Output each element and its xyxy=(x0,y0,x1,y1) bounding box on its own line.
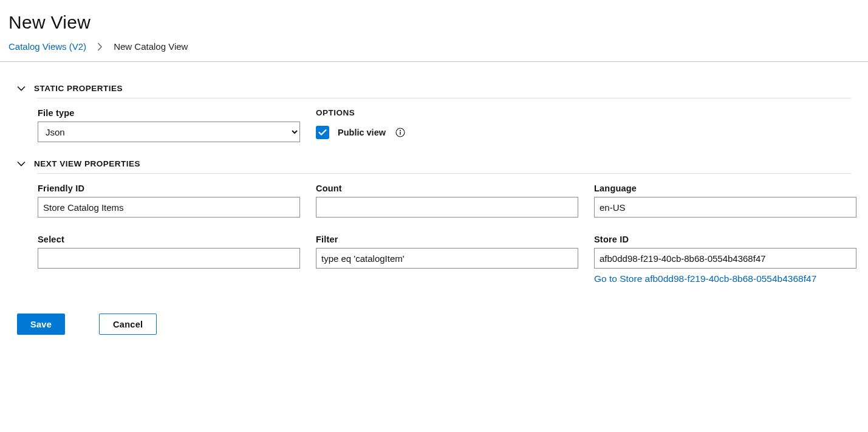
language-label: Language xyxy=(594,183,856,193)
filter-field: Filter xyxy=(316,235,578,284)
store-id-input[interactable] xyxy=(594,248,856,269)
file-type-select[interactable]: Json xyxy=(38,122,300,142)
language-input[interactable] xyxy=(594,197,856,218)
count-field: Count xyxy=(316,183,578,218)
public-view-label: Public view xyxy=(338,128,386,137)
options-heading: OPTIONS xyxy=(316,108,578,117)
select-label: Select xyxy=(38,235,300,244)
svg-point-1 xyxy=(400,130,401,131)
section-heading-next: NEXT VIEW PROPERTIES xyxy=(34,159,140,168)
info-icon[interactable] xyxy=(395,128,405,137)
section-divider xyxy=(38,173,851,174)
select-input[interactable] xyxy=(38,248,300,269)
friendly-id-input[interactable] xyxy=(38,197,300,218)
svg-rect-2 xyxy=(400,132,400,135)
section-heading-static: STATIC PROPERTIES xyxy=(34,84,123,93)
count-input[interactable] xyxy=(316,197,578,218)
breadcrumb-parent-link[interactable]: Catalog Views (V2) xyxy=(9,41,86,52)
page-title: New View xyxy=(9,12,861,33)
cancel-button[interactable]: Cancel xyxy=(99,314,157,335)
breadcrumb-current: New Catalog View xyxy=(114,41,188,52)
friendly-id-field: Friendly ID xyxy=(38,183,300,218)
save-button[interactable]: Save xyxy=(17,314,65,335)
count-label: Count xyxy=(316,183,578,193)
chevron-down-icon xyxy=(17,86,26,92)
section-toggle-static[interactable]: STATIC PROPERTIES xyxy=(17,84,851,93)
section-divider xyxy=(38,98,851,98)
store-id-label: Store ID xyxy=(594,235,856,244)
store-id-field: Store ID Go to Store afb0dd98-f219-40cb-… xyxy=(594,235,856,284)
chevron-down-icon xyxy=(17,161,26,167)
file-type-label: File type xyxy=(38,108,300,118)
options-group: OPTIONS Public view xyxy=(316,108,578,142)
friendly-id-label: Friendly ID xyxy=(38,183,300,193)
chevron-right-icon xyxy=(97,43,103,51)
filter-label: Filter xyxy=(316,235,578,244)
section-toggle-next[interactable]: NEXT VIEW PROPERTIES xyxy=(17,159,851,168)
go-to-store-link[interactable]: Go to Store afb0dd98-f219-40cb-8b68-0554… xyxy=(594,273,816,284)
select-field: Select xyxy=(38,235,300,284)
breadcrumb: Catalog Views (V2) New Catalog View xyxy=(9,41,861,52)
public-view-checkbox[interactable] xyxy=(316,126,329,139)
file-type-field: File type Json xyxy=(38,108,300,142)
filter-input[interactable] xyxy=(316,248,578,269)
language-field: Language xyxy=(594,183,856,218)
